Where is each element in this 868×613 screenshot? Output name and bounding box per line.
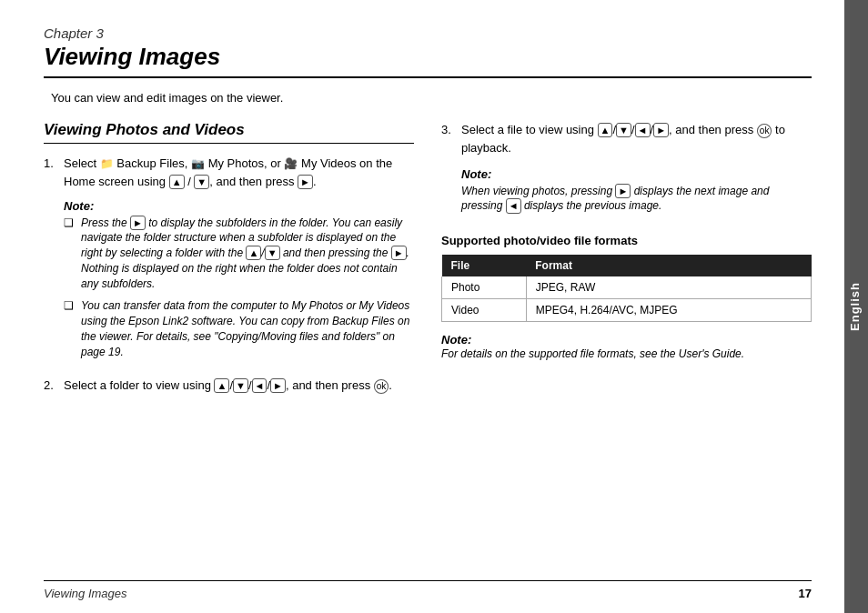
footer-text: Viewing Images [44,587,127,600]
up-nav-icon: ▲ [246,246,261,260]
bottom-note-text: For details on the supported file format… [441,347,812,362]
step-3-content: Select a file to view using ▲/▼/◄/►, and… [461,121,812,221]
left-icon2: ◄ [252,378,267,393]
down-icon: ▼ [194,175,209,189]
step-3-note: Note: When viewing photos, pressing ► di… [461,166,812,214]
step-3-note-title: Note: [461,166,812,184]
table-header-format: Format [526,255,811,276]
left-column: Viewing Photos and Videos 1. Select 📁 Ba… [44,121,414,403]
steps-list: 1. Select 📁 Backup Files, 📷 My Photos, o… [44,155,414,394]
step-1-text: Select 📁 Backup Files, 📷 My Photos, or 🎥… [64,156,392,188]
english-tab: English [844,275,868,338]
step-1-note: Note: ❑ Press the ► to display the subfo… [64,197,414,360]
table-header-file: File [442,255,527,276]
my-videos-icon: 🎥 [284,156,298,172]
step-2-text: Select a folder to view using ▲/▼/◄/►, a… [64,378,392,392]
footer-page: 17 [799,587,812,600]
table-cell-photo-label: Photo [442,276,527,299]
down-icon3: ▼ [616,123,631,137]
right-steps-list: 3. Select a file to view using ▲/▼/◄/►, … [441,121,812,221]
right-icon: ► [298,175,313,189]
supported-title: Supported photo/video file formats [441,234,812,247]
left-icon3: ◄ [635,123,651,137]
ok-icon-2: ok [374,379,389,394]
page-title: Viewing Images [44,43,812,78]
table-cell-video-format: MPEG4, H.264/AVC, MJPEG [526,299,811,322]
left-icon4: ◄ [506,198,521,213]
step-1-content: Select 📁 Backup Files, 📷 My Photos, or 🎥… [64,155,414,367]
file-format-table: File Format Photo JPEG, RAW Video MPEG4,… [441,255,812,322]
sidebar-right: English [844,0,868,613]
step-1: 1. Select 📁 Backup Files, 📷 My Photos, o… [44,155,414,367]
checkbox-symbol-1: ❑ [64,216,76,292]
down-icon2: ▼ [233,378,248,393]
right-column: 3. Select a file to view using ▲/▼/◄/►, … [441,121,812,403]
section-title: Viewing Photos and Videos [44,121,414,144]
right-nav-icon: ► [130,216,146,230]
bottom-note-title: Note: [441,333,812,347]
right-icon3: ► [653,123,669,137]
step-2-content: Select a folder to view using ▲/▼/◄/►, a… [64,377,414,395]
backup-files-icon: 📁 [100,156,114,172]
step-3: 3. Select a file to view using ▲/▼/◄/►, … [441,121,812,221]
step-2: 2. Select a folder to view using ▲/▼/◄/►… [44,377,414,395]
chapter-label: Chapter 3 [44,25,812,41]
right-nav-icon2: ► [391,246,407,260]
right-icon2: ► [270,378,286,393]
step-1-note-title: Note: [64,197,414,216]
table-cell-video-label: Video [442,299,527,322]
two-column-layout: Viewing Photos and Videos 1. Select 📁 Ba… [44,121,812,403]
table-header-row: File Format [442,255,812,276]
step-2-number: 2. [44,377,64,395]
step-3-number: 3. [441,121,461,221]
table-cell-photo-format: JPEG, RAW [526,276,811,299]
table-row: Photo JPEG, RAW [442,276,812,299]
note-checkbox-2: ❑ You can transfer data from the compute… [64,298,414,359]
note-checkbox-2-text: You can transfer data from the computer … [81,298,414,359]
note-checkbox-1-text: Press the ► to display the subfolders in… [81,216,414,292]
ok-icon-3: ok [757,124,772,138]
up-icon: ▲ [169,175,185,189]
step-3-note-text: When viewing photos, pressing ► displays… [461,184,812,215]
note-checkbox-1: ❑ Press the ► to display the subfolders … [64,216,414,292]
step-3-text: Select a file to view using ▲/▼/◄/►, and… [461,123,785,155]
my-photos-icon: 📷 [191,156,205,172]
step-1-number: 1. [44,155,64,367]
up-icon3: ▲ [598,123,613,137]
table-row: Video MPEG4, H.264/AVC, MJPEG [442,299,812,322]
right-icon4: ► [615,184,631,198]
bottom-note: Note: For details on the supported file … [441,333,812,362]
footer: Viewing Images 17 [44,580,812,600]
up-icon2: ▲ [214,378,229,393]
checkbox-symbol-2: ❑ [64,298,76,359]
down-nav-icon: ▼ [265,246,280,260]
intro-text: You can view and edit images on the view… [51,91,812,105]
